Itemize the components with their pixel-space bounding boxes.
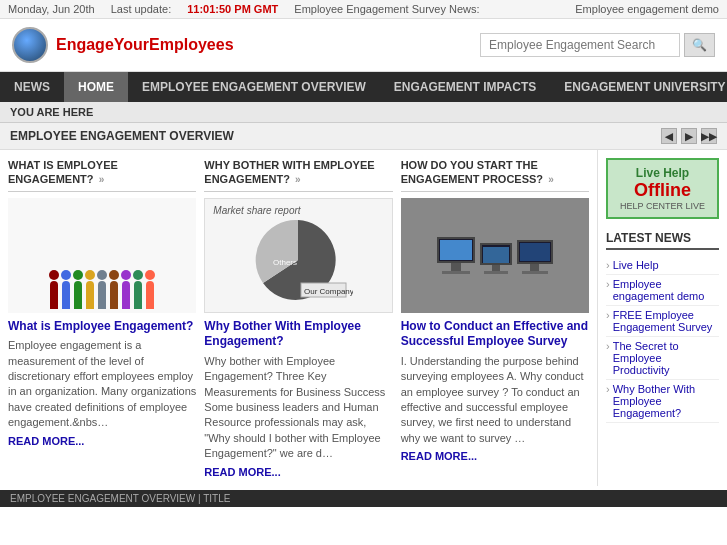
- news-bullet: ›: [606, 383, 610, 419]
- last-update-time: 11:01:50 PM GMT: [187, 3, 278, 15]
- news-list: ›Live Help›Employee engagement demo›FREE…: [606, 256, 719, 423]
- col-1-article-title: What is Employee Engagement?: [8, 319, 196, 335]
- news-item[interactable]: ›The Secret to Employee Productivity: [606, 337, 719, 380]
- person-figure: [145, 270, 155, 309]
- breadcrumb: YOU ARE HERE: [0, 102, 727, 123]
- logo-text: EngageYourEmployees: [56, 36, 234, 54]
- person-figure: [121, 270, 131, 309]
- live-help-subtitle: HELP CENTER LIVE: [616, 201, 709, 211]
- person-figure: [133, 270, 143, 309]
- column-3: HOW DO YOU START THE ENGAGEMENT PROCESS?…: [401, 158, 589, 478]
- navigation: NEWSHOMEEMPLOYEE ENGAGEMENT OVERVIEWENGA…: [0, 72, 727, 102]
- col-1-read-more[interactable]: READ MORE...: [8, 435, 84, 447]
- news-bullet: ›: [606, 340, 610, 376]
- people-image: [8, 198, 196, 313]
- header: EngageYourEmployees 🔍: [0, 19, 727, 72]
- page-title: EMPLOYEE ENGAGEMENT OVERVIEW: [10, 129, 234, 143]
- news-item[interactable]: ›Employee engagement demo: [606, 275, 719, 306]
- pie-label-others: Others: [273, 258, 297, 267]
- col-2-header: WHY BOTHER WITH EMPLOYEE ENGAGEMENT? »: [204, 158, 392, 192]
- col-1-article-text: Employee engagement is a measurement of …: [8, 338, 196, 430]
- search-input[interactable]: [480, 33, 680, 57]
- footer-text: EMPLOYEE ENGAGEMENT OVERVIEW | TITLE: [10, 493, 230, 504]
- person-figure: [61, 270, 71, 309]
- person-figure: [49, 270, 59, 309]
- live-help-box[interactable]: Live Help Offline HELP CENTER LIVE: [606, 158, 719, 219]
- col-2-article-title: Why Bother With Employee Engagement?: [204, 319, 392, 350]
- search-button[interactable]: 🔍: [684, 33, 715, 57]
- logo-area: EngageYourEmployees: [12, 27, 234, 63]
- live-help-status: Offline: [616, 180, 709, 201]
- demo-text: Employee engagement demo: [575, 3, 719, 15]
- content-area: WHAT IS EMPLOYEE ENGAGEMENT? » What i: [0, 150, 597, 486]
- col-2-article-text: Why bother with Employee Engagement? Thr…: [204, 354, 392, 462]
- news-bullet: ›: [606, 278, 610, 302]
- pie-label-company: Our Company: [304, 287, 353, 296]
- computer-image: [401, 198, 589, 313]
- person-figure: [85, 270, 95, 309]
- news-label: Employee Engagement Survey News:: [294, 3, 479, 15]
- col-3-article-title: How to Conduct an Effective and Successf…: [401, 319, 589, 350]
- column-1: WHAT IS EMPLOYEE ENGAGEMENT? » What i: [8, 158, 196, 478]
- col-1-header: WHAT IS EMPLOYEE ENGAGEMENT? »: [8, 158, 196, 192]
- col-3-read-more[interactable]: READ MORE...: [401, 450, 477, 462]
- last-update-label: Last update:: [111, 3, 172, 15]
- main-content: WHAT IS EMPLOYEE ENGAGEMENT? » What i: [0, 150, 727, 486]
- nav-item-news[interactable]: NEWS: [0, 72, 64, 102]
- column-2: WHY BOTHER WITH EMPLOYEE ENGAGEMENT? » M…: [204, 158, 392, 478]
- pie-chart-title: Market share report: [213, 205, 300, 216]
- col-2-read-more[interactable]: READ MORE...: [204, 466, 280, 478]
- person-figure: [109, 270, 119, 309]
- pie-chart: Market share report Others Our Company: [204, 198, 392, 313]
- page-nav-arrows: ◀ ▶ ▶▶: [661, 128, 717, 144]
- news-item[interactable]: ›Live Help: [606, 256, 719, 275]
- page-title-bar: EMPLOYEE ENGAGEMENT OVERVIEW ◀ ▶ ▶▶: [0, 123, 727, 150]
- col-3-article-text: I. Understanding the purpose behind surv…: [401, 354, 589, 446]
- top-bar: Monday, Jun 20th Last update: 11:01:50 P…: [0, 0, 727, 19]
- globe-icon: [12, 27, 48, 63]
- latest-news-title: LATEST NEWS: [606, 231, 719, 250]
- nav-item-employee-engagement-overview[interactable]: EMPLOYEE ENGAGEMENT OVERVIEW: [128, 72, 380, 102]
- pie-chart-svg: Others Our Company: [243, 215, 353, 305]
- person-figure: [73, 270, 83, 309]
- person-figure: [97, 270, 107, 309]
- search-area: 🔍: [480, 33, 715, 57]
- news-bullet: ›: [606, 259, 610, 271]
- live-help-title: Live Help: [616, 166, 709, 180]
- nav-item-engagement-university[interactable]: ENGAGEMENT UNIVERSITY: [550, 72, 727, 102]
- prev-arrow[interactable]: ◀: [661, 128, 677, 144]
- three-columns: WHAT IS EMPLOYEE ENGAGEMENT? » What i: [8, 158, 589, 478]
- col-3-header: HOW DO YOU START THE ENGAGEMENT PROCESS?…: [401, 158, 589, 192]
- nav-item-home[interactable]: HOME: [64, 72, 128, 102]
- nav-item-engagement-impacts[interactable]: ENGAGEMENT IMPACTS: [380, 72, 550, 102]
- news-item[interactable]: ›FREE Employee Engagement Survey: [606, 306, 719, 337]
- footer-bar: EMPLOYEE ENGAGEMENT OVERVIEW | TITLE: [0, 490, 727, 507]
- date-label: Monday, Jun 20th: [8, 3, 95, 15]
- sidebar: Live Help Offline HELP CENTER LIVE LATES…: [597, 150, 727, 486]
- news-item[interactable]: ›Why Bother With Employee Engagement?: [606, 380, 719, 423]
- expand-arrow[interactable]: ▶▶: [701, 128, 717, 144]
- news-bullet: ›: [606, 309, 610, 333]
- next-arrow[interactable]: ▶: [681, 128, 697, 144]
